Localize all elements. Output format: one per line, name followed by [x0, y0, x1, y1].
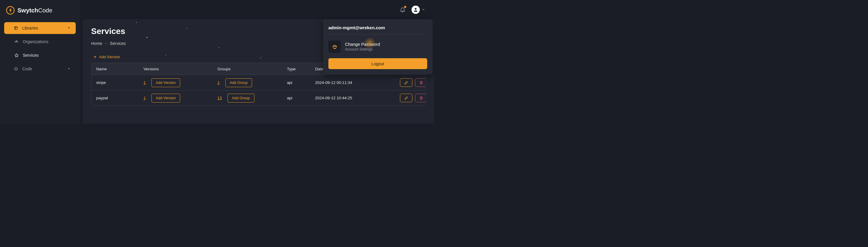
table-row: stripe 1 Add Version 1 Add Group api 202…	[91, 75, 426, 90]
versions-link[interactable]: 1	[144, 96, 146, 100]
cell-name: paypal	[96, 96, 144, 100]
trash-icon	[419, 81, 423, 85]
breadcrumb-separator-icon	[105, 43, 106, 44]
sidebar-item-code[interactable]: Code	[4, 63, 76, 75]
col-versions: Versions	[144, 67, 217, 71]
header-bar	[80, 0, 434, 19]
svg-point-11	[335, 48, 336, 48]
layers-icon	[13, 26, 18, 30]
add-service-button[interactable]: Add Service	[93, 55, 120, 59]
svg-point-8	[415, 8, 416, 10]
breadcrumb-current: Services	[110, 41, 126, 46]
user-email: admin-mgmt@wreken.com	[329, 25, 427, 35]
groups-link[interactable]: 1	[217, 80, 220, 85]
plus-icon	[93, 55, 97, 59]
pencil-icon	[404, 81, 408, 85]
avatar	[411, 6, 420, 14]
groups-link[interactable]: 13	[217, 96, 222, 100]
sidebar-item-organizations[interactable]: Organizations	[5, 36, 76, 47]
add-version-button[interactable]: Add Version	[152, 78, 180, 87]
edit-button[interactable]	[400, 78, 412, 87]
breadcrumb-home[interactable]: Home	[91, 41, 102, 46]
brand-logo[interactable]: SwytchCode	[0, 6, 80, 15]
cell-created: 2024-09-12 00:11:34	[315, 80, 383, 85]
sidebar-item-label: Code	[22, 67, 63, 71]
star-decoration	[293, 69, 293, 70]
cell-created: 2024-09-12 10:44:25	[315, 96, 383, 100]
menu-item-subtitle: Account Settings	[345, 47, 380, 51]
add-version-button[interactable]: Add Version	[152, 94, 180, 103]
sidebar-item-label: Libraries	[22, 26, 63, 30]
col-groups: Groups	[217, 67, 287, 71]
svg-point-7	[16, 69, 16, 69]
star-decoration	[136, 22, 137, 23]
scan-icon	[13, 67, 18, 71]
user-menu-toggle[interactable]	[411, 6, 425, 14]
svg-point-9	[334, 48, 334, 48]
fingerprint-icon	[329, 40, 341, 53]
svg-rect-1	[14, 27, 17, 29]
svg-rect-5	[16, 40, 17, 41]
star-decoration	[260, 58, 261, 58]
sidebar-item-libraries[interactable]: Libraries	[4, 22, 76, 34]
delete-button[interactable]	[415, 94, 426, 102]
notification-dot-icon	[404, 6, 406, 8]
table-row: paypal 1 Add Version 13 Add Group api 20…	[91, 90, 426, 105]
menu-item-title: Change Password	[345, 42, 380, 47]
svg-rect-4	[17, 41, 18, 42]
cell-name: stripe	[96, 80, 144, 85]
sidebar-item-label: Organizations	[23, 39, 70, 44]
cell-type: api	[287, 96, 315, 100]
sidebar: SwytchCode Libraries Organizations	[0, 0, 80, 123]
user-dropdown: admin-mgmt@wreken.com Change Password Ac…	[323, 19, 433, 74]
notifications-button[interactable]	[400, 6, 406, 13]
chevron-up-icon	[67, 26, 70, 30]
edit-button[interactable]	[400, 94, 412, 102]
cell-type: api	[287, 80, 315, 85]
star-decoration	[219, 47, 219, 48]
logout-button[interactable]: Logout	[329, 58, 427, 69]
versions-link[interactable]: 1	[144, 80, 146, 85]
svg-rect-2	[16, 41, 17, 42]
svg-point-10	[334, 48, 335, 48]
add-group-button[interactable]: Add Group	[227, 94, 254, 103]
chevron-down-icon	[422, 8, 425, 12]
change-password-item[interactable]: Change Password Account Settings	[329, 39, 427, 58]
pencil-icon	[404, 96, 408, 100]
star-icon	[14, 53, 19, 58]
nodes-icon	[14, 40, 19, 44]
brand-name: SwytchCode	[18, 7, 52, 14]
delete-button[interactable]	[415, 78, 426, 87]
col-name: Name	[96, 67, 144, 71]
sidebar-item-services[interactable]: Services	[5, 49, 76, 61]
lightning-icon	[6, 6, 15, 15]
trash-icon	[419, 96, 423, 100]
sidebar-item-label: Services	[23, 53, 70, 58]
svg-rect-3	[15, 41, 16, 42]
chevron-down-icon	[67, 67, 70, 71]
star-decoration	[166, 55, 166, 55]
add-group-button[interactable]: Add Group	[225, 78, 252, 87]
add-service-label: Add Service	[99, 55, 120, 59]
star-decoration	[186, 28, 187, 29]
col-type: Type	[287, 67, 315, 71]
star-decoration	[147, 37, 147, 38]
